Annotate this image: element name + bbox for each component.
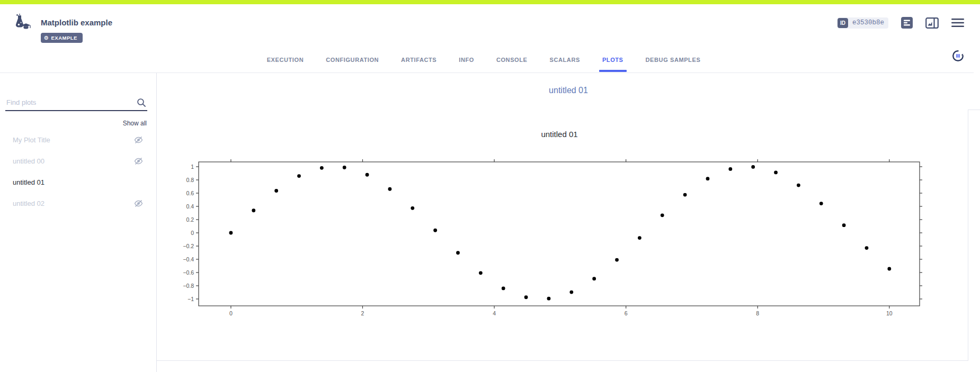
svg-text:10: 10 <box>886 310 893 316</box>
show-all-link[interactable]: Show all <box>123 120 147 127</box>
info-panel-icon <box>925 17 939 29</box>
svg-text:0.2: 0.2 <box>186 216 194 223</box>
eye-off-icon[interactable] <box>134 157 143 165</box>
plot-item-label: untitled 00 <box>13 157 134 165</box>
svg-text:0.8: 0.8 <box>186 177 194 183</box>
tab-configuration[interactable]: CONFIGURATION <box>326 47 379 73</box>
svg-text:−0.2: −0.2 <box>183 243 194 249</box>
search-field-wrap <box>5 96 147 111</box>
svg-text:6: 6 <box>625 310 628 316</box>
svg-text:0.6: 0.6 <box>186 190 194 196</box>
svg-text:0: 0 <box>229 310 233 316</box>
search-icon <box>137 98 146 110</box>
experiment-flask-logo-icon <box>12 14 32 34</box>
plot-list-item[interactable]: untitled 00 <box>0 150 157 171</box>
plot-list-item[interactable]: untitled 01 <box>0 171 157 193</box>
experiment-id-pill: ID e3530b8e <box>838 17 888 29</box>
tab-execution[interactable]: EXECUTION <box>267 47 304 73</box>
tab-debug-samples[interactable]: DEBUG SAMPLES <box>646 47 701 73</box>
header-actions: ID e3530b8e <box>838 17 964 29</box>
example-badge: ⚙ EXAMPLE <box>41 33 83 43</box>
example-badge-label: EXAMPLE <box>51 35 77 41</box>
svg-text:−1: −1 <box>188 296 194 302</box>
svg-text:0: 0 <box>191 230 194 236</box>
plot-item-label: untitled 01 <box>13 178 143 186</box>
auto-refresh-toggle-button[interactable] <box>952 50 964 62</box>
auto-refresh-pause-icon <box>952 50 964 62</box>
tab-console[interactable]: CONSOLE <box>496 47 528 73</box>
tab-artifacts[interactable]: ARTIFACTS <box>401 47 436 73</box>
svg-text:8: 8 <box>756 310 759 316</box>
plot-list-item[interactable]: untitled 02 <box>0 193 157 214</box>
svg-text:−0.8: −0.8 <box>183 283 194 289</box>
svg-text:−0.4: −0.4 <box>183 256 194 262</box>
details-view-button[interactable] <box>901 17 913 29</box>
eye-off-icon[interactable] <box>134 199 143 207</box>
find-plots-search-input[interactable] <box>5 96 147 111</box>
experiment-title: Matplotlib example <box>41 18 112 27</box>
menu-button[interactable] <box>951 18 964 28</box>
tab-bar: EXECUTIONCONFIGURATIONARTIFACTSINFOCONSO… <box>0 47 974 73</box>
plot-card: untitled 01 0246810−1−0.8−0.6−0.4−0.200.… <box>157 110 968 361</box>
plot-item-label: untitled 02 <box>13 199 134 207</box>
id-tag: ID <box>838 18 848 28</box>
clearml-experiment-page: PUBLISHED Ma <box>0 0 980 372</box>
eye-off-icon[interactable] <box>134 136 143 144</box>
tab-info[interactable]: INFO <box>459 47 474 73</box>
details-icon <box>901 17 913 29</box>
svg-text:−0.6: −0.6 <box>183 269 194 276</box>
header: Matplotlib example ⚙ EXAMPLE ID e3530b8e <box>0 4 980 73</box>
scatter-chart[interactable]: 0246810−1−0.8−0.6−0.4−0.200.20.40.60.81 <box>178 157 941 321</box>
plot-item-label: My Plot Title <box>13 136 134 144</box>
experiment-id-value: e3530b8e <box>848 19 888 26</box>
gear-icon: ⚙ <box>44 35 49 41</box>
tab-plots[interactable]: PLOTS <box>602 47 623 73</box>
svg-text:4: 4 <box>493 310 496 316</box>
svg-text:0.4: 0.4 <box>186 203 194 210</box>
svg-text:2: 2 <box>361 310 364 316</box>
menu-icon <box>951 18 964 28</box>
plots-sidebar: Show all My Plot Titleuntitled 00untitle… <box>0 73 157 372</box>
plot-list-item[interactable]: My Plot Title <box>0 129 157 150</box>
tab-scalars[interactable]: SCALARS <box>550 47 580 73</box>
info-panel-toggle-button[interactable] <box>925 17 939 29</box>
svg-text:1: 1 <box>191 164 194 170</box>
main-content: untitled 01 untitled 01 0246810−1−0.8−0.… <box>157 73 980 372</box>
plot-list: My Plot Titleuntitled 00untitled 01untit… <box>0 129 157 214</box>
plot-title: untitled 01 <box>157 130 962 139</box>
plot-group-title: untitled 01 <box>157 86 980 95</box>
